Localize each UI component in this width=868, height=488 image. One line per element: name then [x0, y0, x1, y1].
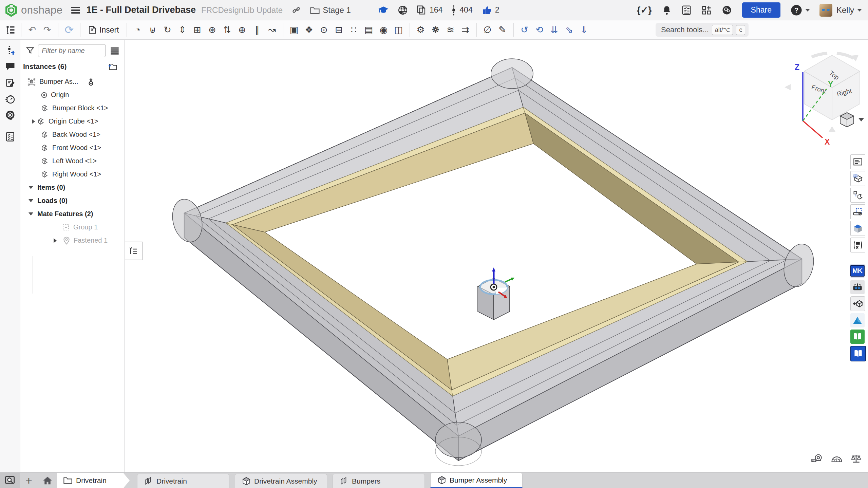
fastened-mate-tool[interactable]: ⊎ — [145, 22, 160, 37]
tree-item-part[interactable]: Right Wood <1> — [20, 168, 125, 181]
bom-panel-icon[interactable] — [850, 154, 865, 169]
notifications-bell-icon[interactable] — [662, 5, 672, 15]
folder-breadcrumb-tab[interactable]: Drivetrain — [57, 473, 130, 488]
list-view-icon[interactable] — [110, 46, 119, 55]
tree-item-root-assembly[interactable]: Bumper As... — [20, 75, 125, 88]
comments-icon[interactable] — [4, 61, 16, 72]
view-options-button[interactable] — [840, 113, 864, 127]
user-avatar[interactable] — [819, 4, 832, 17]
group-tool[interactable]: ▣ — [287, 22, 302, 37]
onshape-logo-icon[interactable] — [5, 4, 18, 17]
tree-item-origin[interactable]: Origin — [20, 88, 125, 101]
slider-mate-tool[interactable]: ⇕ — [175, 22, 190, 37]
standard-content-tool[interactable]: ⊙ — [317, 22, 332, 37]
expand-chevron-icon[interactable] — [32, 119, 35, 124]
stamp-panel-icon[interactable] — [850, 204, 865, 219]
share-link-icon[interactable] — [291, 5, 301, 15]
tree-item-part[interactable]: Front Wood <1> — [20, 141, 125, 154]
undo-button[interactable]: ↶ — [25, 22, 40, 37]
table-app-icon[interactable] — [850, 238, 865, 252]
translate-explode-tool[interactable]: ⇊ — [547, 22, 562, 37]
bom-table-tool[interactable]: ▤ — [361, 22, 376, 37]
add-folder-icon[interactable] — [108, 62, 118, 71]
section-loads[interactable]: Loads (0) — [20, 194, 125, 207]
protractor-icon[interactable] — [831, 453, 843, 464]
linear-relation-tool[interactable]: ⇉ — [458, 22, 473, 37]
mass-properties-icon[interactable] — [850, 453, 862, 464]
collapse-chevron-icon[interactable] — [29, 186, 33, 189]
tree-item-part[interactable]: Bumper Block <1> — [20, 101, 125, 115]
tab-drivetrain-assembly[interactable]: Drivetrain Assembly — [235, 474, 327, 488]
tasks-icon[interactable] — [682, 5, 691, 15]
graphics-viewport[interactable]: Top Front Right Z X Y — [125, 40, 868, 472]
insert-parts-tool[interactable]: ⊟ — [332, 22, 346, 37]
app-store-icon[interactable] — [701, 5, 712, 15]
tree-item-part[interactable]: Back Wood <1> — [20, 128, 125, 141]
redo-button[interactable]: ↷ — [40, 22, 55, 37]
rack-pinion-relation-tool[interactable]: ☸ — [428, 22, 443, 37]
ai-assistant-icon[interactable] — [722, 5, 732, 15]
user-menu-caret-icon[interactable] — [857, 9, 862, 12]
filter-input[interactable] — [38, 44, 106, 57]
tree-item-group[interactable]: Group 1 — [20, 221, 125, 234]
replicate-tool[interactable]: ❖ — [302, 22, 317, 37]
planar-mate-tool[interactable]: ⊞ — [190, 22, 205, 37]
filter-icon[interactable] — [26, 46, 35, 55]
share-button[interactable]: Share — [742, 2, 780, 18]
tape-measure-icon[interactable] — [811, 453, 823, 464]
screw-relation-tool[interactable]: ≋ — [443, 22, 458, 37]
section-items[interactable]: Items (0) — [20, 181, 125, 194]
parallel-mate-tool[interactable]: ∥ — [250, 22, 265, 37]
revolute-mate-tool[interactable]: ↻ — [160, 22, 175, 37]
rotate-animation-tool[interactable]: ↺ — [517, 22, 532, 37]
explode-step-tool[interactable]: ⇓ — [577, 22, 592, 37]
tree-item-fastened[interactable]: Fastened 1 — [20, 234, 125, 247]
gem-app-icon[interactable] — [850, 221, 865, 236]
hide-features-tool[interactable]: ∅ — [480, 22, 495, 37]
cylindrical-mate-tool[interactable]: ⇅ — [220, 22, 235, 37]
public-globe-icon[interactable] — [398, 5, 408, 15]
view-cube[interactable]: Top Front Right Z X Y — [785, 53, 860, 146]
tangent-mate-tool[interactable]: ↝ — [265, 22, 280, 37]
mkcad-app-icon[interactable]: MK — [850, 264, 865, 278]
mate-tool[interactable]: ◔ — [130, 22, 145, 37]
derive-panel-icon[interactable] — [850, 188, 865, 203]
blue-library-app-icon[interactable] — [850, 346, 866, 361]
help-caret-icon[interactable] — [805, 9, 810, 12]
search-tabs-button[interactable] — [0, 473, 20, 488]
feedback-icon[interactable] — [4, 110, 16, 121]
collapse-chevron-icon[interactable] — [29, 212, 33, 215]
action-items-icon[interactable] — [4, 131, 16, 143]
green-library-app-icon[interactable] — [850, 330, 865, 344]
pin-slot-mate-tool[interactable]: ⊕ — [235, 22, 250, 37]
tab-drivetrain-partstudio[interactable]: Drivetrain — [137, 474, 229, 488]
insert-button[interactable]: Insert — [84, 23, 123, 37]
versions-icon[interactable] — [451, 5, 456, 16]
robot-app-icon[interactable] — [850, 280, 865, 294]
like-icon[interactable] — [482, 5, 492, 15]
performance-icon[interactable] — [4, 93, 16, 105]
ball-mate-tool[interactable]: ⊛ — [205, 22, 220, 37]
add-tab-button[interactable]: + — [20, 473, 38, 488]
release-notes-icon[interactable] — [4, 77, 16, 89]
home-tab-button[interactable] — [38, 473, 57, 488]
cut-list-panel-icon[interactable] — [850, 171, 865, 186]
help-icon[interactable]: ? — [791, 4, 802, 16]
workspace-folder-icon[interactable] — [310, 6, 320, 15]
main-menu-icon[interactable] — [71, 5, 80, 15]
rotate-instance-button[interactable]: ⟳ — [62, 22, 77, 37]
collapse-explode-tool[interactable]: ⇘ — [562, 22, 577, 37]
tab-bumper-assembly[interactable]: Bumper Assembly — [430, 473, 523, 488]
spin-animation-tool[interactable]: ⟲ — [532, 22, 547, 37]
edit-in-context-tool[interactable]: ✎ — [495, 22, 510, 37]
feature-list-toggle-icon[interactable] — [3, 22, 18, 37]
triangle-app-icon[interactable] — [850, 313, 865, 327]
tree-item-part[interactable]: Left Wood <1> — [20, 154, 125, 168]
exploded-view-tool[interactable]: ◫ — [391, 22, 406, 37]
tree-item-part-expandable[interactable]: Origin Cube <1> — [20, 115, 125, 128]
appearance-tool[interactable]: ◉ — [376, 22, 391, 37]
copies-icon[interactable] — [417, 5, 426, 15]
learning-center-icon[interactable] — [378, 5, 389, 15]
panel-collapse-toggle[interactable] — [125, 242, 143, 260]
gear-relation-tool[interactable]: ⚙ — [413, 22, 428, 37]
